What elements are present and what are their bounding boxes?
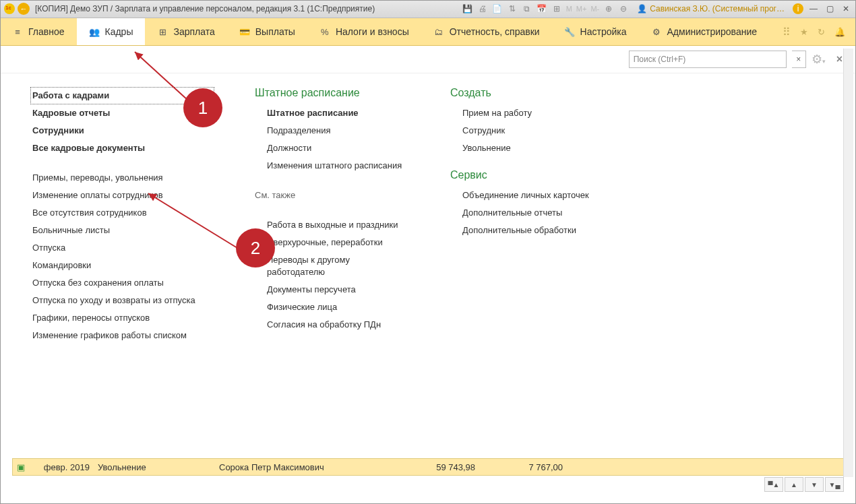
nav-link[interactable]: Сотрудники [32, 122, 214, 139]
zoom-in-icon[interactable]: ⊕ [603, 3, 614, 14]
nav-link[interactable]: Все отсутствия сотрудников [32, 204, 214, 222]
nav-link[interactable]: Согласия на обработку ПДн [267, 316, 410, 334]
mem-mminus[interactable]: M- [590, 5, 599, 13]
section-header: Штатное расписание [255, 87, 410, 99]
nav-link[interactable]: Прием на работу [462, 104, 605, 122]
history-icon[interactable]: ↻ [818, 27, 825, 37]
row-date: февр. 2019 [29, 462, 95, 472]
nav-link[interactable]: Физические лица [267, 298, 410, 316]
nav-link[interactable]: Должности [267, 139, 410, 157]
menu-item-1[interactable]: 👥Кадры [77, 18, 146, 45]
row-sum2: 7 767,00 [475, 462, 567, 472]
content-area: Работа с кадрамиКадровые отчетыСотрудник… [0, 73, 856, 451]
row-sum1: 59 743,98 [401, 462, 475, 472]
menu-icon: 👥 [89, 26, 100, 37]
nav-link[interactable]: Графики, переносы отпусков [32, 309, 214, 327]
menu-label: Настройка [580, 26, 627, 37]
search-input[interactable]: Поиск (Ctrl+F) [629, 51, 787, 68]
back-button[interactable]: ← [18, 3, 30, 15]
see-also-label: См. также [255, 187, 410, 204]
vertical-scrollbar[interactable] [843, 49, 853, 477]
settings-gear-icon[interactable]: ⚙▾ [812, 52, 826, 67]
menu-item-2[interactable]: ⊞Зарплата [145, 18, 226, 45]
close-button[interactable]: ✕ [840, 4, 852, 13]
row-status-icon: ▣ [13, 462, 29, 472]
pager-up-button[interactable]: ▲ [785, 477, 803, 492]
section-header: Сервис [450, 169, 605, 181]
nav-link[interactable]: Работа в выходные и праздники [267, 216, 410, 234]
pager-down-button[interactable]: ▼ [805, 477, 824, 492]
nav-link[interactable]: Все кадровые документы [32, 139, 214, 157]
save-icon[interactable]: 💾 [462, 3, 473, 14]
row-type: Увольнение [95, 462, 219, 472]
section-header: Создать [450, 87, 605, 99]
pager-last-button[interactable]: ▼▄ [825, 477, 844, 492]
calc-icon[interactable]: ⊞ [551, 3, 562, 14]
menu-item-3[interactable]: 💳Выплаты [227, 18, 307, 45]
nav-link[interactable]: Сверхурочные, переработки [267, 234, 410, 251]
search-clear-button[interactable]: × [792, 51, 806, 68]
bell-icon[interactable]: 🔔 [834, 27, 845, 37]
user-label[interactable]: 👤Савинская З.Ю. (Системный прог… [637, 4, 785, 13]
nav-link[interactable]: Увольнение [462, 139, 605, 157]
nav-link[interactable]: Приемы, переводы, увольнения [32, 169, 214, 187]
doc-icon[interactable]: 📄 [492, 3, 503, 14]
titlebar: ← [КОПИЯ] Демо ЗУП / Зарплата и управлен… [0, 0, 856, 18]
nav-link[interactable]: Переводы к другому работодателю [267, 251, 410, 281]
panel-close-button[interactable]: × [836, 53, 843, 65]
nav-link[interactable]: Документы персучета [267, 281, 410, 298]
menu-label: Отчетность, справки [450, 26, 540, 37]
star-icon[interactable]: ★ [800, 27, 808, 37]
nav-link[interactable]: Подразделения [267, 122, 410, 139]
mem-mplus[interactable]: M+ [576, 5, 587, 13]
menu-icon: 🗂 [433, 26, 444, 37]
nav-link[interactable]: Объединение личных карточек [462, 187, 605, 204]
apps-icon[interactable]: ⠿ [783, 26, 791, 38]
minimize-button[interactable]: — [807, 4, 820, 13]
menu-item-4[interactable]: %Налоги и взносы [307, 18, 421, 45]
nav-link[interactable]: Отпуска по уходу и возвраты из отпуска [32, 292, 214, 309]
nav-link[interactable]: Изменение оплаты сотрудников [32, 187, 214, 204]
bottom-panel: ▣ февр. 2019 Увольнение Сорока Петр Макс… [12, 458, 844, 492]
menu-label: Администрирование [667, 26, 758, 37]
menu-icon: ⊞ [157, 26, 168, 37]
menu-label: Зарплата [173, 26, 214, 37]
menu-icon: % [319, 26, 330, 37]
menu-label: Выплаты [255, 26, 295, 37]
menu-label: Кадры [105, 26, 133, 37]
menu-item-6[interactable]: 🔧Настройка [552, 18, 639, 45]
pager-first-button[interactable]: ▀▲ [764, 477, 783, 492]
main-menu: ≡Главное👥Кадры⊞Зарплата💳Выплаты%Налоги и… [0, 18, 856, 46]
menu-icon: 💳 [239, 26, 250, 37]
menu-label: Главное [28, 26, 65, 37]
nav-link[interactable]: Изменение графиков работы списком [32, 327, 214, 344]
app-logo-icon [4, 3, 15, 14]
annotation-badge-1: 1 [183, 88, 222, 127]
info-icon[interactable]: i [793, 3, 803, 14]
print-icon[interactable]: 🖨 [477, 3, 488, 14]
nav-link[interactable]: Дополнительные отчеты [462, 204, 605, 222]
nav-link[interactable]: Дополнительные обработки [462, 222, 605, 239]
table-row[interactable]: ▣ февр. 2019 Увольнение Сорока Петр Макс… [12, 458, 844, 476]
window-title: [КОПИЯ] Демо ЗУП / Зарплата и управление… [35, 4, 462, 13]
nav-link[interactable]: Изменения штатного расписания [267, 157, 410, 175]
row-person: Сорока Петр Максимович [219, 462, 401, 472]
menu-item-7[interactable]: ⚙Администрирование [639, 18, 770, 45]
mem-m[interactable]: M [566, 5, 572, 13]
menu-item-0[interactable]: ≡Главное [0, 18, 77, 45]
compare-icon[interactable]: ⇅ [507, 3, 518, 14]
maximize-button[interactable]: ▢ [824, 4, 836, 13]
nav-link[interactable]: Сотрудник [462, 122, 605, 139]
menu-icon: ⚙ [651, 26, 662, 37]
nav-link[interactable]: Отпуска [32, 239, 214, 257]
nav-link[interactable]: Штатное расписание [267, 104, 410, 122]
menu-icon: 🔧 [564, 26, 575, 37]
menu-label: Налоги и взносы [336, 26, 409, 37]
nav-link[interactable]: Отпуска без сохранения оплаты [32, 274, 214, 292]
copy-icon[interactable]: ⧉ [522, 3, 532, 14]
menu-item-5[interactable]: 🗂Отчетность, справки [421, 18, 552, 45]
calendar-icon[interactable]: 📅 [537, 3, 547, 14]
nav-link[interactable]: Командировки [32, 257, 214, 274]
zoom-out-icon[interactable]: ⊖ [618, 3, 629, 14]
nav-link[interactable]: Больничные листы [32, 222, 214, 239]
